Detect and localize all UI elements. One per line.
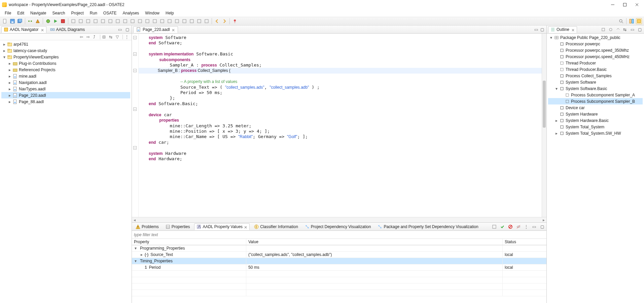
forward-button[interactable] <box>221 18 227 24</box>
scroll-left-icon[interactable]: ◂ <box>132 218 137 222</box>
close-icon[interactable]: ✕ <box>571 28 575 31</box>
editor-tab-page220[interactable]: Page_220.aadl ✕ <box>133 26 178 33</box>
bottom-tab-problems[interactable]: Problems <box>133 223 161 230</box>
twisty-closed-icon[interactable] <box>3 43 6 46</box>
bottom-tab-aadl-property-values[interactable]: AAADL Property Values✕ <box>194 223 250 230</box>
bottom-tool-4[interactable] <box>516 224 521 229</box>
navigator-item[interactable]: Referenced Projects <box>1 67 130 73</box>
outline-tool-2[interactable] <box>608 27 613 32</box>
outline-item[interactable]: Thread Producer <box>548 60 643 66</box>
toggle-breadcrumb-button[interactable] <box>27 18 33 24</box>
bottom-tab-project-dependency-visualization[interactable]: Project Dependency Visualization <box>302 223 373 230</box>
maximize-button[interactable] <box>622 2 627 7</box>
generic-tool-1[interactable] <box>70 18 76 24</box>
outline-item[interactable]: Package Public Page_220_public <box>548 34 643 41</box>
pin-button[interactable] <box>232 18 238 24</box>
generic-tool-9[interactable] <box>130 18 136 24</box>
editor-body[interactable]: ––––– system Software end Software; syst… <box>132 34 546 217</box>
generic-tool-14[interactable] <box>167 18 173 24</box>
bottom-tool-3[interactable] <box>508 224 513 229</box>
bottom-tool-2[interactable] <box>500 224 505 229</box>
open-perspective-button[interactable] <box>629 18 635 24</box>
navigator-item[interactable]: Navigation.aadl <box>1 79 130 86</box>
generic-tool-7[interactable] <box>115 18 121 24</box>
close-window-button[interactable] <box>635 2 639 7</box>
twisty-closed-icon[interactable] <box>8 100 11 103</box>
twisty-open-icon[interactable] <box>3 55 6 59</box>
build-button[interactable] <box>35 18 41 24</box>
property-row[interactable]: (·)Source_Text("collect_samples.ads", "c… <box>132 252 546 258</box>
generic-tool-5[interactable] <box>100 18 106 24</box>
minimize-editor-icon[interactable]: ▭ <box>534 27 539 32</box>
link-editor-icon[interactable]: ⇆ <box>109 35 114 39</box>
generic-tool-4[interactable] <box>93 18 99 24</box>
maximize-bottom-icon[interactable]: ▢ <box>540 224 545 229</box>
filter-icon[interactable]: ▽ <box>116 35 120 39</box>
generic-tool-12[interactable] <box>152 18 158 24</box>
run-button[interactable] <box>52 18 59 24</box>
generic-tool-11[interactable] <box>144 18 150 24</box>
fold-marker[interactable]: – <box>133 146 137 149</box>
menu-window[interactable]: Window <box>142 10 162 16</box>
column-header-value[interactable]: Value <box>246 239 503 245</box>
outline-tree[interactable]: Package Public Page_220_publicProcessor … <box>547 34 644 303</box>
editor-horizontal-scrollbar[interactable]: ◂ ▸ <box>132 217 546 222</box>
outline-item[interactable]: System Hardware.Basic <box>548 117 643 124</box>
link-with-editor-icon[interactable]: ⇆ <box>623 27 628 32</box>
twisty-open-icon[interactable] <box>549 36 553 39</box>
column-header-property[interactable]: Property <box>132 239 246 245</box>
twisty-closed-icon[interactable] <box>8 81 11 84</box>
fold-marker[interactable]: – <box>133 107 137 111</box>
twisty-closed-icon[interactable] <box>3 49 6 52</box>
menu-help[interactable]: Help <box>163 10 177 16</box>
twisty-open-icon[interactable] <box>134 247 137 250</box>
aadl-navigator-tab[interactable]: AADL Navigator ✕ <box>1 26 46 33</box>
up-icon[interactable]: ⤴ <box>93 35 98 39</box>
external-tools-button[interactable] <box>60 18 66 24</box>
property-table[interactable]: Property Value Status Programming_Proper… <box>132 239 546 303</box>
code-area[interactable]: system Software end Software; system imp… <box>139 34 542 217</box>
maximize-view-icon[interactable]: ▢ <box>126 27 130 32</box>
bottom-tab-properties[interactable]: Properties <box>163 223 192 230</box>
column-header-status[interactable]: Status <box>503 239 546 245</box>
generic-tool-16[interactable] <box>181 18 187 24</box>
aadl-diagrams-tab[interactable]: AADL Diagrams <box>48 26 87 33</box>
generic-tool-8[interactable] <box>122 18 128 24</box>
twisty-closed-icon[interactable] <box>8 94 11 97</box>
save-button[interactable] <box>9 18 15 24</box>
menu-navigate[interactable]: Navigate <box>28 10 49 16</box>
debug-button[interactable] <box>45 18 51 24</box>
navigator-item[interactable]: Plug-in Contributions <box>1 60 130 67</box>
minimize-outline-icon[interactable]: ▭ <box>631 27 635 32</box>
outline-item[interactable]: System Total_System.SW_HW <box>548 130 643 136</box>
outline-item[interactable]: System Software <box>548 79 643 85</box>
generic-tool-2[interactable] <box>78 18 84 24</box>
fold-marker[interactable]: – <box>133 36 137 39</box>
generic-tool-10[interactable] <box>137 18 143 24</box>
generic-tool-13[interactable] <box>159 18 165 24</box>
menu-run[interactable]: Run <box>87 10 100 16</box>
menu-osate[interactable]: OSATE <box>101 10 119 16</box>
twisty-closed-icon[interactable] <box>8 75 11 78</box>
new-button[interactable] <box>2 18 8 24</box>
navigator-item[interactable]: PropertyViewerExamples <box>1 54 130 60</box>
generic-tool-19[interactable] <box>204 18 210 24</box>
twisty-closed-icon[interactable] <box>555 119 558 122</box>
outline-tool-1[interactable] <box>601 27 606 32</box>
menu-edit[interactable]: Edit <box>14 10 27 16</box>
navigator-item[interactable]: Page_88.aadl <box>1 98 130 105</box>
property-group-row[interactable]: Timing_Properties <box>132 258 546 264</box>
generic-tool-17[interactable] <box>189 18 195 24</box>
save-all-button[interactable] <box>17 18 23 24</box>
outline-item[interactable]: Processor powerpc <box>548 41 643 47</box>
fold-gutter[interactable]: ––––– <box>132 34 139 217</box>
outline-tool-3[interactable] <box>616 27 620 32</box>
menu-analyses[interactable]: Analyses <box>120 10 142 16</box>
fold-marker[interactable]: – <box>133 52 137 56</box>
minimize-view-icon[interactable]: ▭ <box>118 27 123 32</box>
forward-history-icon[interactable]: ⇨ <box>86 35 91 39</box>
navigator-item[interactable]: arp4761 <box>1 41 130 47</box>
overview-ruler[interactable] <box>542 34 546 217</box>
menu-file[interactable]: File <box>2 10 14 16</box>
menu-search[interactable]: Search <box>49 10 68 16</box>
